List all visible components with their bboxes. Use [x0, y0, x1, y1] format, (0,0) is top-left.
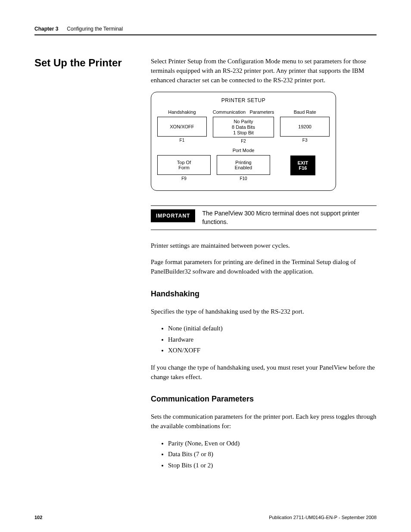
col-label-empty	[157, 148, 211, 154]
col-label: Port Mode	[217, 148, 270, 154]
para-settings-maintained: Printer settings are maintained between …	[151, 241, 377, 251]
chapter-title: Configuring the Terminal	[67, 26, 123, 32]
box-value: XON/XOFF	[159, 124, 206, 130]
exit-box: EXIT F16	[290, 156, 315, 175]
commparams-heading: Communication Parameters	[151, 395, 377, 404]
label-a: Communication	[213, 109, 246, 115]
handshaking-list: None (initial default) Hardware XON/XOFF	[151, 323, 377, 356]
important-callout: IMPORTANT The PanelView 300 Micro termin…	[151, 205, 377, 230]
diag-col-commparams: Communication Parameters No Parity 8 Dat…	[213, 109, 274, 143]
diag-box: No Parity 8 Data Bits 1 Stop Bit	[213, 117, 274, 137]
box-value: 19200	[281, 124, 328, 130]
col-label: Handshaking	[157, 109, 207, 115]
page-footer: 102 Publication 2711-UM014G-EN-P - Septe…	[34, 515, 377, 520]
diag-col-exit: EXIT F16	[276, 148, 330, 181]
box-line: Top Of	[159, 160, 209, 165]
fkey-label: F1	[157, 138, 207, 143]
exit-label: EXIT	[293, 160, 313, 165]
box-line: 8 Data Bits	[214, 124, 273, 130]
diag-col-portmode: Port Mode Printing Enabled F10	[217, 148, 270, 181]
fkey-label: F2	[213, 139, 274, 143]
diag-col-topform: Top Of Form F9	[157, 148, 211, 181]
fkey-label: F3	[280, 138, 330, 143]
list-item: Parity (None, Even or Odd)	[168, 438, 377, 449]
commparams-list: Parity (None, Even or Odd) Data Bits (7 …	[151, 438, 377, 471]
box-line: Printing	[218, 160, 269, 165]
box-line: Form	[159, 165, 209, 171]
list-item: Data Bits (7 or 8)	[168, 449, 377, 460]
list-item: Stop Bits (1 or 2)	[168, 460, 377, 471]
handshaking-heading: Handshaking	[151, 289, 377, 299]
col-label: Communication Parameters	[213, 109, 274, 115]
list-item: Hardware	[168, 334, 377, 345]
publication-info: Publication 2711-UM014G-EN-P - September…	[269, 515, 377, 520]
exit-fkey: F16	[293, 165, 313, 171]
diagram-title: PRINTER SETUP	[157, 97, 330, 103]
diag-col-baud: Baud Rate 19200 F3	[280, 109, 330, 143]
page-number: 102	[34, 515, 42, 520]
col-label: Baud Rate	[280, 109, 330, 115]
handshaking-para2: If you change the type of handshaking us…	[151, 363, 377, 382]
chapter-label: Chapter 3	[34, 26, 58, 32]
fkey-label: F10	[217, 176, 270, 181]
section-heading: Set Up the Printer	[34, 57, 138, 69]
para-page-format: Page format parameters for printing are …	[151, 258, 377, 277]
box-line: Enabled	[218, 165, 269, 171]
commparams-para: Sets the communication parameters for th…	[151, 412, 377, 431]
box-line: No Parity	[214, 119, 273, 124]
diag-col-handshaking: Handshaking XON/XOFF F1	[157, 109, 207, 143]
intro-paragraph: Select Printer Setup from the Configurat…	[151, 57, 377, 85]
page-header: Chapter 3 Configuring the Terminal	[34, 26, 377, 35]
diag-box: Top Of Form	[157, 155, 211, 175]
list-item: None (initial default)	[168, 323, 377, 334]
printer-setup-diagram: PRINTER SETUP Handshaking XON/XOFF F1 Co…	[151, 92, 336, 191]
diag-box: XON/XOFF	[157, 117, 207, 137]
important-text: The PanelView 300 Micro terminal does no…	[202, 209, 377, 226]
diag-box: Printing Enabled	[217, 155, 270, 175]
important-badge: IMPORTANT	[151, 209, 195, 222]
list-item: XON/XOFF	[168, 345, 377, 356]
box-line: 1 Stop Bit	[214, 130, 273, 136]
handshaking-para: Specifies the type of handshaking used b…	[151, 307, 377, 317]
fkey-label: F9	[157, 176, 211, 181]
diag-box: 19200	[280, 117, 330, 137]
label-b: Parameters	[249, 109, 274, 115]
